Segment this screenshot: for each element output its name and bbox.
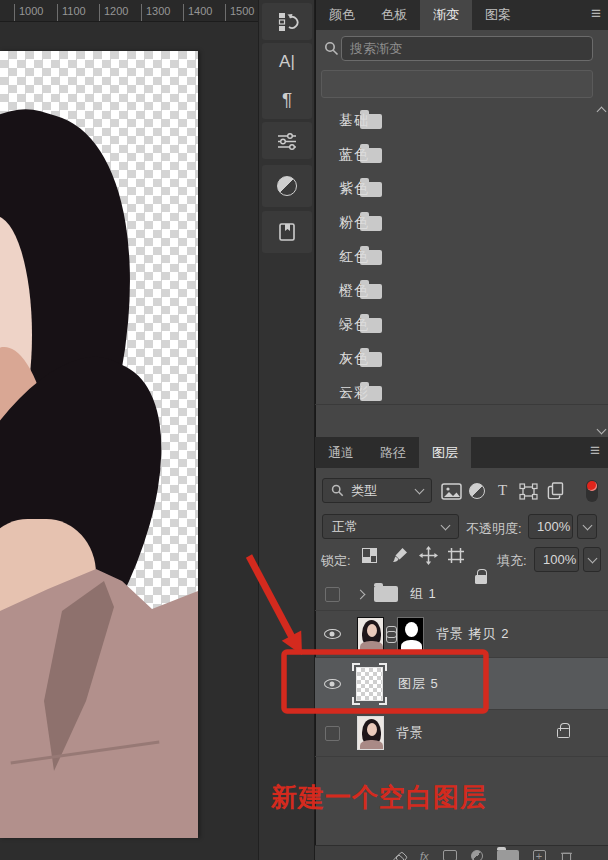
history-panel-button[interactable] [262,3,312,40]
adjustment-layer-filter-icon[interactable] [469,483,485,499]
thumb-body [360,641,383,651]
gradient-group-purples[interactable]: 紫色 [315,172,595,206]
group-label: 红色 [339,248,369,266]
document-canvas[interactable] [0,51,198,838]
opacity-dropdown-button[interactable] [577,514,597,539]
layer-name: 图层 5 [398,675,439,693]
layer-row-background[interactable]: 背景 [315,710,608,757]
gradient-group-grays[interactable]: 灰色 [315,342,595,376]
scroll-up-icon[interactable] [597,107,607,117]
search-icon [331,484,344,497]
group-label: 灰色 [339,350,369,368]
visibility-toggle[interactable] [315,679,349,689]
gradients-scrollbar[interactable] [597,104,606,404]
tab-gradients[interactable]: 渐变 [420,0,472,30]
annotation-callout-text: 新建一个空白图层 [271,780,487,815]
pixel-layer-filter-icon[interactable] [441,483,462,500]
frame-corner [352,697,360,705]
visibility-toggle[interactable] [315,629,349,639]
chevron-right-icon[interactable] [356,589,366,599]
ruler-tick: 1300 [141,4,170,21]
blend-mode-value: 正常 [332,518,358,536]
group-label: 绿色 [339,316,369,334]
libraries-panel-button[interactable] [262,211,312,253]
layers-bottom-toolbar: fx + [315,845,608,860]
libraries-icon [277,222,297,242]
filter-toggle[interactable] [586,480,598,502]
gradient-group-blues[interactable]: 蓝色 [315,138,595,172]
empty-layer-thumbnail [356,667,383,701]
ruler-tick: 1500 [225,4,254,21]
shape-layer-filter-icon[interactable] [519,483,538,500]
layer-thumbnail[interactable] [357,716,384,750]
chevron-down-icon [582,520,592,530]
ruler-tick: 1000 [14,4,43,21]
layer-mask-thumbnail[interactable] [397,617,424,651]
selected-thumb-frame[interactable] [353,664,386,704]
tab-paths[interactable]: 路径 [367,437,419,468]
layer-row-layer5[interactable]: 图层 5 [315,658,608,710]
character-panel-button[interactable]: A| [279,52,295,72]
mask-link-icon[interactable] [386,626,395,643]
history-icon [275,10,299,34]
fill-value[interactable]: 100% [534,547,579,572]
layer-name: 背景 [396,724,424,742]
tab-layers[interactable]: 图层 [419,437,471,468]
mask-silhouette-body [401,640,422,651]
visibility-toggle[interactable] [315,726,349,741]
group-icon[interactable] [497,850,519,860]
ruler-tick: 1400 [183,4,212,21]
tab-swatches[interactable]: 色板 [368,0,420,30]
visibility-off-icon [325,587,340,602]
ruler-tick: 1100 [57,4,86,21]
lock-move-icon[interactable] [419,546,438,565]
visibility-toggle[interactable] [315,587,349,602]
gradient-search-input[interactable] [341,36,593,61]
chevron-down-icon [415,484,425,494]
trash-icon[interactable] [560,850,573,860]
opacity-label: 不透明度: [466,520,522,538]
layer-row-group1[interactable]: 组 1 [315,578,608,611]
paragraph-panel-button[interactable]: ¶ [282,89,292,111]
gradient-group-greens[interactable]: 绿色 [315,308,595,342]
filter-kind-dropdown[interactable]: 类型 [322,478,432,503]
effects-icon[interactable]: fx [420,850,429,860]
eye-icon [324,679,341,689]
group-label: 云彩 [339,384,369,402]
adjustments-icon [277,176,297,196]
gradient-group-oranges[interactable]: 橙色 [315,274,595,308]
tab-color[interactable]: 颜色 [316,0,368,30]
lock-transparency-icon[interactable] [362,548,377,563]
adjustments-panel-button[interactable] [262,165,312,207]
blend-mode-dropdown[interactable]: 正常 [322,514,459,539]
smart-object-filter-icon[interactable] [547,482,564,500]
group-label: 紫色 [339,180,369,198]
gradient-group-pinks[interactable]: 粉色 [315,206,595,240]
type-layer-filter-icon[interactable]: T [498,482,507,499]
filter-kind-label: 类型 [351,482,377,500]
fill-dropdown-button[interactable] [583,547,601,572]
mask-icon[interactable] [443,850,457,860]
layer-row-bg-copy2[interactable]: 背景 拷贝 2 [315,611,608,658]
thumb-face [367,624,377,637]
gradient-group-basics[interactable]: 基础 [315,104,595,138]
adjustment-icon[interactable] [471,850,483,860]
gradient-group-reds[interactable]: 红色 [315,240,595,274]
group-label: 基础 [339,112,369,130]
panel-menu-icon[interactable]: ≡ [591,5,601,23]
lock-paint-icon[interactable] [391,546,409,564]
opacity-value[interactable]: 100% [528,514,573,539]
link-icon[interactable] [392,851,407,860]
layers-tabbar: 通道 路径 图层 ≡ [315,437,608,468]
properties-panel-button[interactable] [262,122,312,159]
lock-artboard-icon[interactable] [447,547,465,564]
photoshop-window: 1000 1100 1200 1300 1400 1500 A| [0,0,608,860]
tab-patterns[interactable]: 图案 [472,0,524,30]
lock-label: 锁定: [321,552,351,570]
recent-gradients-box [321,70,593,98]
layers-menu-icon[interactable]: ≡ [590,442,600,460]
tab-channels[interactable]: 通道 [315,437,367,468]
panel-dock: A| ¶ [258,0,315,860]
new-layer-icon[interactable]: + [533,850,546,860]
layer-thumbnail[interactable] [357,617,384,651]
